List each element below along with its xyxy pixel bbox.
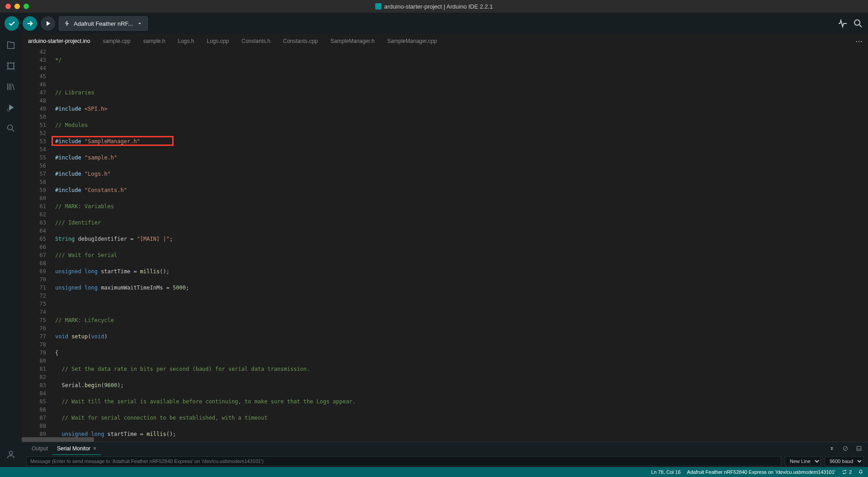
verify-button[interactable] bbox=[5, 16, 19, 31]
debug-icon[interactable] bbox=[5, 101, 17, 114]
tab-samplemanager-h[interactable]: SampleManager.h bbox=[324, 34, 381, 48]
library-manager-icon[interactable] bbox=[5, 80, 17, 93]
play-debug-icon bbox=[44, 19, 52, 28]
sync-icon bbox=[842, 469, 847, 475]
board-name: Adafruit Feather nRF... bbox=[74, 20, 133, 27]
bell-icon bbox=[858, 469, 863, 475]
window-title: arduino-starter-project | Arduino IDE 2.… bbox=[375, 3, 493, 10]
serial-message-input[interactable] bbox=[26, 456, 781, 466]
arrow-right-icon bbox=[26, 19, 34, 28]
layout-icon bbox=[856, 445, 862, 452]
line-gutter: 4243444546474849505152535455565758596061… bbox=[22, 48, 53, 437]
magnify-icon bbox=[853, 18, 863, 29]
tab-constants-cpp[interactable]: Constants.cpp bbox=[277, 34, 324, 48]
account-icon[interactable] bbox=[5, 448, 17, 461]
svg-rect-6 bbox=[857, 446, 861, 450]
svg-point-0 bbox=[854, 20, 860, 25]
close-icon[interactable]: × bbox=[93, 445, 96, 452]
traffic-lights bbox=[0, 4, 29, 9]
status-bar: Ln 78, Col 16 Adafruit Feather nRF52840 … bbox=[0, 467, 868, 477]
line-ending-select[interactable]: New Line bbox=[785, 456, 821, 466]
horizontal-scrollbar[interactable] bbox=[22, 437, 868, 442]
output-tab[interactable]: Output bbox=[27, 442, 52, 455]
bottom-panel: Output Serial Monitor × bbox=[22, 442, 868, 467]
sketchbook-icon[interactable] bbox=[5, 39, 17, 51]
pulse-icon bbox=[837, 18, 848, 29]
debug-button[interactable] bbox=[41, 16, 55, 31]
tab-overflow-button[interactable]: ⋯ bbox=[850, 37, 868, 46]
editor-tabs: arduino-starter-project.ino sample.cpp s… bbox=[22, 34, 868, 48]
chevrons-down-icon bbox=[829, 445, 835, 452]
svg-point-3 bbox=[8, 125, 13, 130]
check-icon bbox=[8, 19, 16, 28]
window-title-text: arduino-starter-project | Arduino IDE 2.… bbox=[384, 3, 493, 10]
svg-rect-1 bbox=[8, 63, 14, 69]
close-window-button[interactable] bbox=[5, 4, 11, 9]
upload-button[interactable] bbox=[23, 16, 37, 31]
serial-monitor-tab[interactable]: Serial Monitor × bbox=[52, 442, 101, 455]
board-selector[interactable]: Adafruit Feather nRF... bbox=[59, 16, 148, 31]
chevron-down-icon bbox=[137, 20, 143, 27]
titlebar: arduino-starter-project | Arduino IDE 2.… bbox=[0, 0, 868, 13]
toolbar: Adafruit Feather nRF... bbox=[0, 13, 868, 34]
arduino-icon bbox=[375, 3, 382, 9]
svg-point-4 bbox=[9, 451, 12, 454]
tab-main-sketch[interactable]: arduino-starter-project.ino bbox=[22, 34, 96, 48]
tab-sample-h[interactable]: sample.h bbox=[137, 34, 172, 48]
activity-bar bbox=[0, 34, 22, 467]
boards-manager-icon[interactable] bbox=[5, 60, 17, 72]
tab-sample-cpp[interactable]: sample.cpp bbox=[96, 34, 137, 48]
close-status-button[interactable] bbox=[858, 469, 863, 475]
clear-output-button[interactable] bbox=[841, 444, 850, 453]
baud-rate-select[interactable]: 9600 baud bbox=[825, 456, 863, 466]
cancel-circle-icon bbox=[842, 445, 849, 452]
tab-samplemanager-cpp[interactable]: SampleManager.cpp bbox=[381, 34, 443, 48]
panel-layout-button[interactable] bbox=[854, 444, 863, 453]
code-editor[interactable]: 4243444546474849505152535455565758596061… bbox=[22, 48, 868, 437]
connected-board[interactable]: Adafruit Feather nRF52840 Express on '/d… bbox=[687, 469, 835, 475]
tab-constants-h[interactable]: Constants.h bbox=[235, 34, 277, 48]
cursor-position[interactable]: Ln 78, Col 16 bbox=[651, 469, 680, 475]
panel-toggle-down-button[interactable] bbox=[827, 444, 836, 453]
scrollbar-thumb[interactable] bbox=[22, 437, 94, 442]
minimize-window-button[interactable] bbox=[14, 4, 20, 9]
maximize-window-button[interactable] bbox=[24, 4, 29, 9]
code-content[interactable]: */ // Libraries #include <SPI.h> // Modu… bbox=[53, 48, 868, 437]
usb-icon bbox=[64, 20, 70, 27]
tab-logs-cpp[interactable]: Logs.cpp bbox=[201, 34, 236, 48]
serial-plotter-button[interactable] bbox=[837, 18, 848, 29]
notifications-button[interactable]: 2 bbox=[842, 469, 852, 475]
tab-logs-h[interactable]: Logs.h bbox=[171, 34, 200, 48]
search-icon[interactable] bbox=[5, 122, 17, 135]
serial-monitor-button[interactable] bbox=[853, 18, 863, 29]
